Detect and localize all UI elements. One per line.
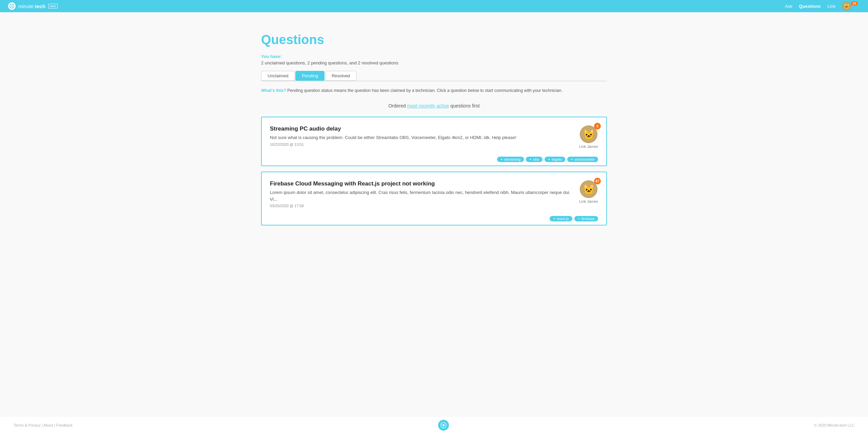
navbar-left: minute.tech beta (8, 2, 58, 10)
notification-badge[interactable]: 28 (851, 1, 858, 5)
footer-links: Terms & Privacy | About | Feedback (14, 423, 73, 427)
svg-point-1 (11, 5, 13, 7)
logo-text: minute.tech (18, 3, 45, 9)
chat-bubble[interactable] (438, 420, 449, 431)
card-text-1: Streaming PC audio delay Not sure what i… (270, 125, 579, 146)
footer-feedback[interactable]: Feedback (56, 423, 73, 427)
tab-resolved[interactable]: Resolved (325, 71, 356, 81)
tag-reactjs[interactable]: react-js (550, 216, 572, 221)
navbar-right: Ask Questions Link 🐱 28 (785, 2, 860, 11)
order-line: Ordered most recently active questions f… (261, 103, 607, 108)
footer-terms[interactable]: Terms & Privacy (14, 423, 40, 427)
nav-questions[interactable]: Questions (799, 4, 821, 9)
card-title-1: Streaming PC audio delay (270, 125, 572, 132)
avatar-name-2: Link James (579, 199, 598, 203)
order-suffix: questions first (449, 103, 479, 108)
avatar[interactable]: 🐱 (842, 2, 851, 11)
tag-streaming[interactable]: streaming (497, 157, 524, 162)
you-have-desc: 2 unclaimed questions, 2 pending questio… (261, 60, 607, 65)
card-avatar-wrap-2: 67 🐱 Link James (579, 180, 598, 203)
logo-icon (8, 2, 16, 10)
tag-firebase[interactable]: firebase (574, 216, 598, 221)
card-avatar-wrap-1: 5 🐱 Link James (579, 125, 598, 149)
footer-copyright: © 2020 Minute.tech LLC (814, 423, 854, 427)
tab-pending[interactable]: Pending (295, 71, 324, 81)
page-title: Questions (261, 33, 607, 47)
tab-unclaimed[interactable]: Unclaimed (261, 71, 295, 81)
unread-badge-2: 67 (594, 178, 601, 184)
tag-voicemeeter[interactable]: voicemeeter (567, 157, 598, 162)
nav-ask[interactable]: Ask (785, 4, 792, 9)
beta-badge: beta (48, 4, 58, 8)
svg-point-3 (442, 424, 445, 426)
card-title-2: Firebase Cloud Messaging with React.js p… (270, 180, 572, 187)
tags-1: streaming obs elgato voicemeeter (270, 154, 598, 165)
question-card-2[interactable]: Firebase Cloud Messaging with React.js p… (261, 172, 607, 225)
card-date-1: 10/22/2020 @ 13:51 (270, 142, 572, 146)
card-body-2: Lorem ipsum dolor sit amet, consectetur … (270, 189, 572, 202)
tabs: Unclaimed Pending Resolved (261, 71, 607, 81)
main-content: Questions You have: 2 unclaimed question… (248, 12, 620, 244)
order-link[interactable]: most recently active (407, 103, 449, 108)
order-prefix: Ordered (388, 103, 407, 108)
card-text-2: Firebase Cloud Messaging with React.js p… (270, 180, 579, 208)
tag-elgato[interactable]: elgato (545, 157, 565, 162)
footer: Terms & Privacy | About | Feedback © 202… (0, 416, 868, 434)
avatar-name-1: Link James (579, 144, 598, 149)
tag-obs[interactable]: obs (526, 157, 542, 162)
card-body-1: Not sure what is causing the problem. Co… (270, 134, 572, 141)
footer-about[interactable]: About (43, 423, 53, 427)
card-date-2: 03/25/2020 @ 17:58 (270, 204, 572, 208)
unread-badge-1: 5 (594, 123, 601, 130)
nav-link[interactable]: Link (827, 4, 835, 9)
tags-2: react-js firebase (270, 213, 598, 225)
navbar: minute.tech beta Ask Questions Link 🐱 28 (0, 0, 868, 12)
whats-this-link[interactable]: What's this? (261, 88, 286, 93)
question-card-1[interactable]: Streaming PC audio delay Not sure what i… (261, 117, 607, 166)
info-bar: What's this? Pending question status mea… (261, 88, 607, 96)
you-have-label: You have: (261, 54, 607, 59)
nav-user: 🐱 28 (842, 2, 860, 11)
info-bar-text: Pending question status means the questi… (286, 88, 563, 93)
